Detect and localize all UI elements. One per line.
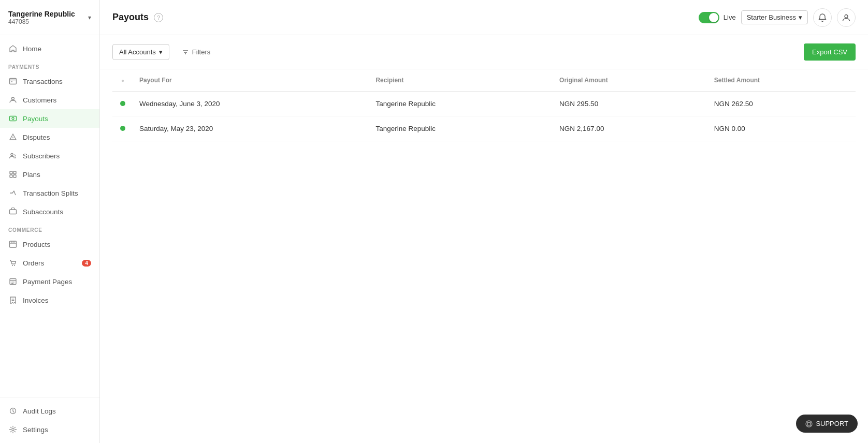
all-accounts-button[interactable]: All Accounts ▾ (112, 44, 169, 60)
user-menu-button[interactable] (837, 8, 856, 27)
sidebar-item-transactions[interactable]: Transactions (0, 72, 99, 91)
orders-icon (8, 258, 18, 268)
row-payout-for: Wednesday, June 3, 2020 (133, 92, 369, 116)
live-toggle-group: Live (699, 12, 736, 23)
content-toolbar: All Accounts ▾ Filters Export CSV (100, 35, 868, 69)
sidebar-item-home[interactable]: Home (0, 39, 99, 58)
settings-icon (8, 425, 18, 434)
svg-rect-13 (10, 210, 17, 214)
status-dot (120, 101, 125, 106)
row-recipient: Tangerine Republic (369, 116, 553, 141)
live-label: Live (724, 13, 736, 21)
table-row[interactable]: Wednesday, June 3, 2020 Tangerine Republ… (112, 92, 856, 116)
sidebar-item-products-label: Products (23, 241, 50, 248)
svg-rect-4 (10, 116, 17, 121)
sidebar-item-payouts[interactable]: Payouts (0, 109, 99, 128)
svg-rect-12 (13, 175, 16, 178)
orders-badge: 4 (82, 260, 91, 267)
svg-point-3 (12, 97, 15, 100)
row-status-dot-cell (112, 92, 133, 116)
filters-label: Filters (192, 48, 210, 56)
support-button[interactable]: SUPPORT (796, 415, 858, 433)
toggle-knob (709, 13, 718, 22)
products-icon (8, 240, 18, 249)
sidebar-item-transaction-splits-label: Transaction Splits (23, 189, 78, 197)
payouts-icon (8, 114, 18, 123)
svg-point-7 (12, 139, 13, 139)
sidebar-item-audit-logs[interactable]: Audit Logs (0, 402, 99, 420)
svg-point-27 (12, 429, 14, 431)
col-header-original-amount: Original Amount (553, 69, 708, 92)
help-icon[interactable]: ? (154, 13, 163, 22)
row-recipient: Tangerine Republic (369, 92, 553, 116)
row-original-amount: NGN 295.50 (553, 92, 708, 116)
col-header-dot: ● (112, 69, 133, 92)
payouts-table: ● Payout For Recipient Original Amount S… (112, 69, 856, 141)
all-accounts-label: All Accounts (119, 48, 156, 56)
sidebar-item-products[interactable]: Products (0, 235, 99, 254)
page-title: Payouts (112, 12, 149, 23)
home-icon (8, 44, 18, 53)
payouts-table-wrapper: ● Payout For Recipient Original Amount S… (100, 69, 868, 141)
sidebar-item-transaction-splits[interactable]: Transaction Splits (0, 184, 99, 202)
sidebar-item-invoices-label: Invoices (23, 297, 49, 304)
support-label: SUPPORT (816, 420, 848, 427)
svg-point-28 (845, 14, 848, 18)
sidebar-item-settings-label: Settings (23, 426, 48, 434)
support-icon (805, 420, 813, 427)
sidebar-item-customers-label: Customers (23, 96, 56, 104)
sidebar-item-subscribers[interactable]: Subscribers (0, 146, 99, 165)
brand-header[interactable]: Tangerine Republic 447085 ▾ (0, 0, 99, 35)
brand-chevron-icon: ▾ (88, 14, 91, 21)
sidebar-item-subaccounts[interactable]: Subaccounts (0, 202, 99, 221)
svg-point-5 (12, 117, 14, 120)
subaccounts-icon (8, 207, 18, 216)
payment-pages-icon (8, 277, 18, 286)
notifications-button[interactable] (813, 8, 832, 27)
payments-section-label: Payments (0, 58, 99, 72)
col-header-recipient: Recipient (369, 69, 553, 92)
table-row[interactable]: Saturday, May 23, 2020 Tangerine Republi… (112, 116, 856, 141)
sidebar-item-customers[interactable]: Customers (0, 91, 99, 109)
commerce-section-label: Commerce (0, 221, 99, 235)
sidebar-item-payment-pages-label: Payment Pages (23, 278, 72, 286)
live-toggle[interactable] (699, 12, 719, 23)
brand-name: Tangerine Republic (8, 10, 75, 18)
sidebar-item-orders[interactable]: Orders 4 (0, 254, 99, 272)
svg-line-34 (807, 421, 808, 422)
brand-id: 447085 (8, 18, 75, 25)
disputes-icon (8, 132, 18, 142)
filters-button[interactable]: Filters (176, 45, 216, 60)
sidebar-item-payouts-label: Payouts (23, 115, 48, 123)
svg-rect-14 (10, 241, 17, 247)
svg-line-35 (810, 421, 811, 422)
col-header-payout-for: Payout For (133, 69, 369, 92)
svg-point-8 (11, 153, 13, 155)
row-settled-amount: NGN 262.50 (708, 92, 856, 116)
sidebar-item-settings[interactable]: Settings (0, 420, 99, 439)
sidebar-item-invoices[interactable]: Invoices (0, 291, 99, 309)
sidebar-item-subaccounts-label: Subaccounts (23, 208, 63, 216)
business-selector[interactable]: Starter Business ▾ (741, 10, 808, 24)
svg-point-19 (14, 265, 15, 266)
transactions-icon (8, 77, 18, 86)
col-header-settled-amount: Settled Amount (708, 69, 856, 92)
main-content: Payouts ? Live Starter Business ▾ (100, 0, 868, 443)
sidebar-item-transactions-label: Transactions (23, 78, 63, 85)
plans-icon (8, 170, 18, 179)
all-accounts-chevron-icon: ▾ (159, 48, 163, 56)
sidebar-item-plans[interactable]: Plans (0, 165, 99, 184)
svg-line-37 (810, 425, 811, 426)
header: Payouts ? Live Starter Business ▾ (100, 0, 868, 35)
sidebar-item-payment-pages[interactable]: Payment Pages (0, 272, 99, 291)
svg-rect-9 (10, 171, 12, 174)
sidebar-item-subscribers-label: Subscribers (23, 152, 60, 160)
sidebar-item-orders-label: Orders (23, 259, 44, 267)
content-area: All Accounts ▾ Filters Export CSV (100, 35, 868, 443)
filters-icon (182, 49, 189, 56)
row-settled-amount: NGN 0.00 (708, 116, 856, 141)
sidebar-item-disputes[interactable]: Disputes (0, 128, 99, 146)
svg-rect-10 (13, 171, 16, 174)
export-csv-button[interactable]: Export CSV (804, 43, 856, 61)
sidebar-item-disputes-label: Disputes (23, 134, 50, 141)
